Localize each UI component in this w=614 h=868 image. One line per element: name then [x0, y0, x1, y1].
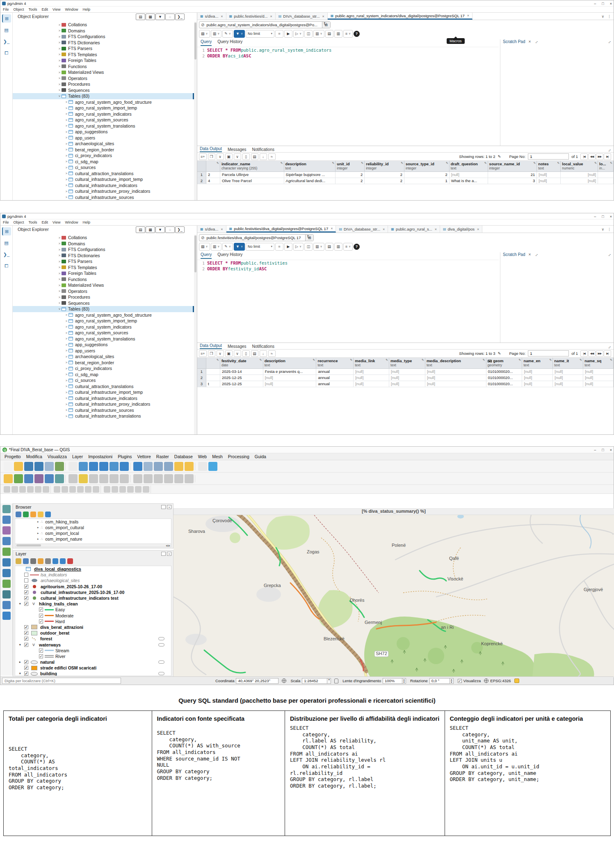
- layout-manager-icon[interactable]: [45, 462, 54, 471]
- data-cell[interactable]: t: [206, 381, 220, 387]
- expand-icon[interactable]: ↔: [533, 39, 539, 45]
- expand-icon[interactable]: >: [64, 106, 68, 110]
- layer-checkbox[interactable]: [24, 578, 28, 582]
- data-cell[interactable]: Parcela Ullinjve: [220, 172, 284, 178]
- layer-checkbox[interactable]: ✓: [24, 625, 28, 629]
- search-objects-button[interactable]: ◌: [165, 226, 175, 233]
- layer-checkbox[interactable]: ✓: [24, 643, 28, 647]
- expand-icon[interactable]: >: [64, 313, 68, 317]
- layer-item-agritourism-2025-10-26-17-00[interactable]: ✓agritourism_2025-10-26_17-00: [15, 584, 171, 589]
- chart-button[interactable]: ≈: [268, 350, 276, 357]
- browser-item-osm_import_cultural[interactable]: ▸∴osm_import_cultural: [15, 525, 171, 530]
- explain-analyze-button[interactable]: ▥∨: [313, 30, 324, 38]
- close-scratch-pad-icon[interactable]: ×: [528, 39, 531, 44]
- dropdown-caret-icon[interactable]: ∨: [241, 32, 243, 35]
- stop-button[interactable]: ■: [275, 243, 283, 251]
- messages-icon[interactable]: [514, 678, 519, 683]
- maximize-button[interactable]: □: [602, 2, 604, 6]
- save-project-as-icon[interactable]: [34, 462, 43, 471]
- expand-icon[interactable]: >: [64, 195, 68, 199]
- table-item-archaeological_sites[interactable]: >archaeological_sites: [13, 354, 194, 360]
- table-item-berat_region_border[interactable]: >berat_region_border: [13, 147, 194, 153]
- edit-column-icon[interactable]: ✎: [217, 162, 219, 165]
- add-row-button[interactable]: ≡+: [199, 350, 207, 357]
- new-virtual-layer-icon[interactable]: [34, 474, 43, 483]
- delete-part-icon[interactable]: [112, 486, 118, 493]
- scratch-pad-divider[interactable]: [500, 39, 500, 146]
- new-bookmark-icon[interactable]: [174, 462, 183, 471]
- execute-button[interactable]: ▶: [284, 30, 292, 38]
- menu-database[interactable]: Database: [174, 454, 193, 459]
- layer-checkbox[interactable]: ✓: [39, 608, 43, 612]
- tab-menu-icon[interactable]: ⋮: [607, 227, 611, 231]
- properties-icon[interactable]: [45, 512, 51, 517]
- add-point-cloud-icon[interactable]: [2, 548, 11, 556]
- edit-range-icon[interactable]: ✎: [498, 351, 501, 356]
- expand-icon[interactable]: >: [64, 148, 68, 151]
- table-item-agro_rural_system_agro_food_structure[interactable]: >agro_rural_system_agro_food_structure: [13, 312, 194, 318]
- macros-button[interactable]: ≡∨: [343, 243, 353, 251]
- menu-tools[interactable]: Tools: [29, 7, 37, 11]
- close-tab-icon[interactable]: ×: [467, 14, 469, 18]
- layer-item-forest[interactable]: ✓forest: [15, 636, 171, 642]
- layer-item-waterways[interactable]: ▾✓Vwaterways: [15, 642, 171, 647]
- column-header-unit_id[interactable]: unit_idinteger✎: [336, 161, 365, 171]
- menu-edit[interactable]: Edit: [42, 220, 48, 224]
- expand-icon[interactable]: >: [64, 325, 68, 329]
- split-parts-icon[interactable]: [35, 486, 41, 493]
- split-features-icon[interactable]: [27, 486, 34, 493]
- close-tab-icon[interactable]: ×: [270, 14, 272, 18]
- tree-item-domains[interactable]: >Domains: [13, 241, 194, 247]
- new-project-icon[interactable]: [4, 462, 13, 471]
- add-mesh-icon[interactable]: [2, 537, 11, 545]
- scrollbar-thumb[interactable]: [194, 235, 196, 272]
- stop-button[interactable]: ■: [275, 30, 283, 38]
- table-item-agro_rural_system_translations[interactable]: >agro_rural_system_translations: [13, 336, 194, 342]
- column-header-key[interactable]: ✎: [206, 161, 220, 171]
- dropdown-caret-icon[interactable]: ∨: [320, 245, 322, 248]
- vertex-editor-icon[interactable]: [135, 486, 142, 493]
- layer-item-cultural-infrastructure-indicators-test[interactable]: ✓cultural_infrastructure_indicators test: [15, 595, 171, 601]
- crs-status[interactable]: EPSG:4326: [490, 678, 511, 683]
- data-cell[interactable]: 21: [488, 172, 537, 178]
- data-cell[interactable]: 2025-12-25: [220, 375, 263, 381]
- filter-icon[interactable]: [30, 512, 36, 517]
- layer-checkbox[interactable]: ✓: [24, 631, 28, 635]
- dropdown-caret-icon[interactable]: ∨: [349, 245, 351, 248]
- macros-button[interactable]: ≡∨: [343, 30, 353, 38]
- minimize-button[interactable]: –: [594, 215, 596, 219]
- close-tab-icon[interactable]: ×: [221, 227, 223, 231]
- reload-icon[interactable]: ↻: [324, 21, 327, 27]
- merge-attributes-icon[interactable]: [54, 486, 60, 493]
- edit-column-icon[interactable]: ✎: [422, 359, 424, 362]
- tree-item-fts-templates[interactable]: >FTS Templates: [13, 265, 194, 271]
- last-page-button[interactable]: ▶|: [604, 350, 611, 357]
- expand-icon[interactable]: >: [64, 372, 68, 376]
- tab-data-output[interactable]: Data Output: [200, 146, 222, 152]
- edit-column-icon[interactable]: ✎: [361, 162, 363, 165]
- data-cell[interactable]: 0101000020...: [486, 381, 523, 387]
- pan-to-selection-icon[interactable]: [79, 462, 88, 471]
- menu-layer[interactable]: Layer: [72, 454, 83, 459]
- table-item-cultural_infrastructure_proxy_indicators[interactable]: >cultural_infrastructure_proxy_indicator…: [13, 188, 194, 194]
- layer-item-diva-berat-attrazioni[interactable]: ✓diva_berat_attrazioni: [15, 624, 171, 630]
- tree-item-sequences[interactable]: >Sequences: [13, 300, 194, 306]
- add-group-icon[interactable]: [23, 558, 29, 564]
- add-vector-icon[interactable]: [2, 516, 11, 524]
- expand-icon[interactable]: >: [57, 283, 62, 287]
- save-file-button[interactable]: ▥∨: [211, 30, 222, 38]
- data-cell[interactable]: [null]: [537, 172, 561, 178]
- expand-all-icon[interactable]: [52, 558, 58, 564]
- expand-icon[interactable]: >: [64, 166, 68, 169]
- maximize-button[interactable]: □: [602, 448, 604, 452]
- save-data-button[interactable]: ▤: [251, 153, 258, 160]
- data-cell[interactable]: Festa e pranverës q...: [263, 369, 317, 375]
- table-item-agro_rural_system_sources[interactable]: >agro_rural_system_sources: [13, 117, 194, 123]
- table-item-cultural_infrastructure_import_temp[interactable]: >cultural_infrastructure_import_temp: [13, 389, 194, 395]
- expand-icon[interactable]: >: [57, 242, 62, 245]
- expand-icon[interactable]: >: [57, 295, 62, 299]
- expand-icon[interactable]: ▸: [19, 660, 23, 664]
- dropdown-caret-icon[interactable]: ∨: [299, 245, 301, 248]
- locator-input[interactable]: [2, 678, 121, 684]
- commit-button[interactable]: ▤: [325, 243, 333, 251]
